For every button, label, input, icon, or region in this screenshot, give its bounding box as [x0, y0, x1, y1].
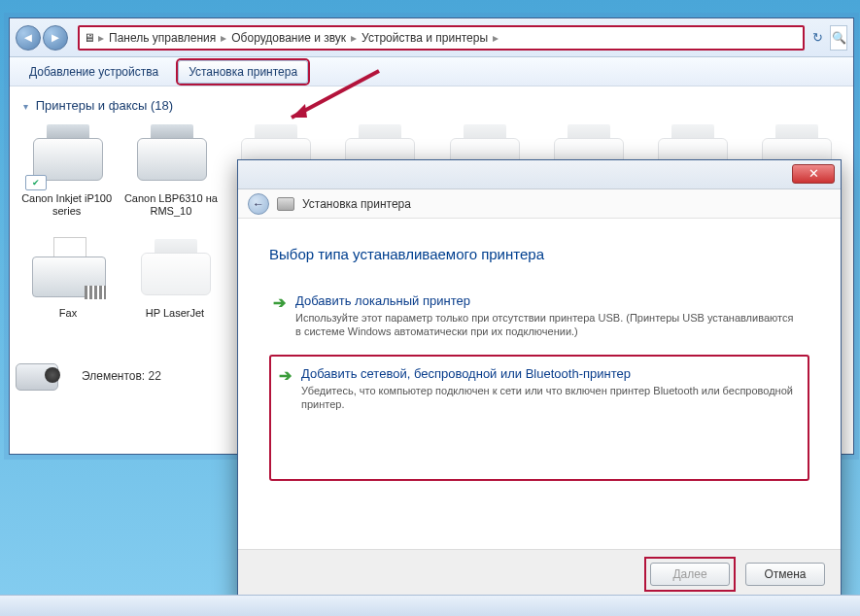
wizard-body: Выбор типа устанавливаемого принтера ➔ Д… — [238, 219, 841, 549]
option-network-printer[interactable]: ➔ Добавить сетевой, беспроводной или Blu… — [269, 355, 809, 481]
next-button-highlight: Далее — [644, 557, 736, 592]
cancel-button[interactable]: Отмена — [745, 563, 825, 586]
breadcrumb-separator-icon: ▸ — [221, 31, 226, 45]
device-label: Canon Inkjet iP100 series — [19, 192, 114, 218]
refresh-icon[interactable]: ↻ — [808, 25, 826, 51]
breadcrumb-item[interactable]: Панель управления — [107, 31, 218, 45]
default-badge-icon: ✔ — [25, 175, 47, 190]
option-local-printer[interactable]: ➔ Добавить локальный принтер Используйте… — [269, 288, 809, 355]
breadcrumb-separator-icon: ▸ — [493, 31, 499, 45]
collapse-icon[interactable]: ▾ — [23, 101, 28, 112]
install-printer-button[interactable]: Установка принтера — [178, 60, 308, 84]
wizard-footer: Далее Отмена — [238, 549, 841, 598]
item-count: Элементов: 22 — [82, 369, 161, 383]
back-button[interactable]: ◄ — [16, 25, 41, 51]
wizard-header: ← Установка принтера — [238, 189, 841, 219]
forward-button[interactable]: ► — [43, 25, 68, 51]
fax-icon — [24, 235, 112, 303]
section-header[interactable]: ▾ Принтеры и факсы (18) — [19, 94, 843, 120]
close-button[interactable]: ✕ — [792, 164, 835, 184]
wizard-back-button[interactable]: ← — [248, 193, 269, 215]
breadcrumb[interactable]: 🖥 ▸ Панель управления ▸ Оборудование и з… — [78, 25, 805, 51]
breadcrumb-item[interactable]: Устройства и принтеры — [360, 31, 490, 45]
device-item[interactable]: ✔ Canon Inkjet iP100 series — [19, 120, 114, 218]
section-title: Принтеры и факсы (18) — [36, 98, 173, 113]
printer-icon — [131, 235, 219, 303]
nav-buttons: ◄ ► — [16, 25, 68, 51]
category-icon — [10, 356, 68, 396]
device-label: Fax — [19, 307, 117, 320]
wizard-header-title: Установка принтера — [302, 197, 411, 211]
breadcrumb-separator-icon: ▸ — [351, 31, 357, 45]
next-button[interactable]: Далее — [650, 563, 730, 586]
taskbar[interactable] — [0, 595, 860, 616]
computer-icon: 🖥 — [84, 31, 95, 45]
option-title: Добавить сетевой, беспроводной или Bluet… — [301, 366, 800, 381]
breadcrumb-separator-icon: ▸ — [98, 31, 104, 45]
option-description: Используйте этот параметр только при отс… — [295, 311, 801, 339]
arrow-right-icon: ➔ — [273, 295, 286, 339]
printer-icon — [277, 197, 294, 211]
wizard-titlebar[interactable]: ✕ — [238, 160, 841, 189]
device-item[interactable]: Fax — [19, 235, 117, 320]
explorer-toolbar: Добавление устройства Установка принтера — [10, 57, 853, 86]
arrow-right-icon: ➔ — [279, 368, 292, 456]
device-item[interactable]: HP LaserJet — [126, 235, 224, 320]
search-input[interactable]: 🔍 — [830, 25, 847, 51]
printer-icon: ✔ — [23, 120, 111, 188]
device-item[interactable]: Canon LBP6310 на RMS_10 — [123, 120, 218, 218]
option-description: Убедитесь, что компьютер подключен к сет… — [301, 384, 800, 412]
printer-icon — [127, 120, 215, 188]
device-label: HP LaserJet — [126, 307, 224, 320]
add-device-button[interactable]: Добавление устройства — [19, 61, 168, 83]
device-label: Canon LBP6310 на RMS_10 — [123, 192, 218, 218]
option-title: Добавить локальный принтер — [295, 293, 801, 308]
wizard-title: Выбор типа устанавливаемого принтера — [269, 246, 809, 262]
breadcrumb-item[interactable]: Оборудование и звук — [229, 31, 348, 45]
add-printer-wizard: ✕ ← Установка принтера Выбор типа устана… — [237, 159, 842, 606]
explorer-titlebar: ◄ ► 🖥 ▸ Панель управления ▸ Оборудование… — [10, 18, 853, 57]
